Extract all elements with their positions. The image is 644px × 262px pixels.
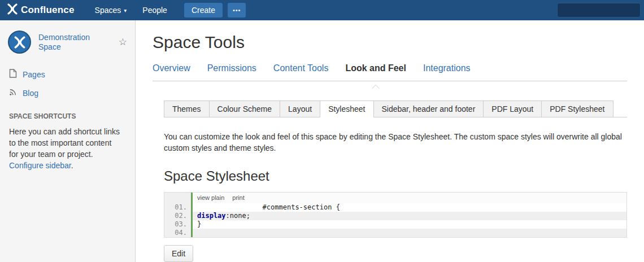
code-line-text — [193, 229, 626, 237]
code-toolbar: view plain print — [193, 193, 626, 203]
configure-sidebar-link[interactable]: Configure sidebar — [9, 161, 71, 170]
look-and-feel-content: Themes Colour Scheme Layout Stylesheet S… — [153, 101, 627, 262]
nav-tab-label: Look and Feel — [345, 63, 406, 73]
subtab-colour-scheme[interactable]: Colour Scheme — [209, 101, 281, 117]
shortcuts-suffix: . — [71, 161, 73, 170]
spaces-menu-label: Spaces — [95, 6, 121, 15]
edit-button[interactable]: Edit — [164, 245, 193, 262]
stylesheet-code-panel: view plain print 01. #comments-section {… — [164, 192, 627, 238]
sidebar-item-label: Pages — [23, 70, 45, 79]
search-input[interactable] — [557, 3, 641, 18]
stylesheet-description: You can customize the look and feel of t… — [164, 131, 624, 154]
subtab-themes[interactable]: Themes — [164, 101, 210, 117]
sidebar-item-label: Blog — [23, 89, 38, 98]
section-title: Space Stylesheet — [164, 168, 627, 184]
people-menu[interactable]: People — [134, 1, 175, 20]
subtab-pdf-layout[interactable]: PDF Layout — [483, 101, 542, 117]
subtab-sidebar-header-footer[interactable]: Sidebar, header and footer — [373, 101, 484, 117]
look-and-feel-subtabs: Themes Colour Scheme Layout Stylesheet S… — [164, 101, 627, 117]
blog-rss-icon — [9, 88, 17, 98]
code-plain: :none; — [226, 212, 250, 220]
space-name-link[interactable]: Demonstration Space — [38, 33, 111, 52]
space-tools-tabs: Overview Permissions Content Tools Look … — [153, 63, 627, 81]
space-shortcuts-heading: SPACE SHORTCUTS — [0, 102, 135, 124]
confluence-logo-icon — [7, 3, 18, 17]
code-keyword: display — [197, 212, 226, 220]
page-body: Demonstration Space ☆ Pages — [0, 20, 644, 262]
code-line-text: #comments-section { — [193, 203, 626, 212]
view-plain-link[interactable]: view plain — [197, 193, 224, 203]
nav-tab-integrations[interactable]: Integrations — [423, 63, 471, 81]
people-menu-label: People — [142, 6, 167, 15]
code-line-number: 04. — [164, 229, 193, 237]
code-line: 02. display:none; — [164, 212, 626, 220]
sidebar-item-pages[interactable]: Pages — [9, 65, 127, 84]
code-line: 04. — [164, 229, 626, 237]
brand-name: Confluence — [21, 5, 75, 16]
space-shortcuts-text: Here you can add shortcut links to the m… — [0, 124, 135, 171]
nav-tab-look-and-feel[interactable]: Look and Feel — [345, 63, 406, 81]
main-content: Space Tools Overview Permissions Content… — [136, 20, 644, 262]
nav-tab-content-tools[interactable]: Content Tools — [273, 63, 329, 81]
page-title: Space Tools — [153, 33, 627, 52]
code-gutter-corner — [164, 193, 193, 203]
print-link[interactable]: print — [232, 193, 244, 203]
star-icon[interactable]: ☆ — [119, 36, 127, 48]
code-line: 01. #comments-section { — [164, 203, 626, 212]
space-header: Demonstration Space ☆ — [0, 30, 135, 59]
spaces-menu[interactable]: Spaces ▾ — [87, 1, 135, 20]
sidebar-nav: Pages Blog — [0, 59, 135, 102]
top-navigation-bar: Confluence Spaces ▾ People Create ••• — [0, 0, 644, 20]
code-plain: #comments-section { — [197, 203, 340, 211]
chevron-down-icon: ▾ — [124, 7, 127, 14]
nav-tab-overview[interactable]: Overview — [153, 63, 190, 81]
space-sidebar: Demonstration Space ☆ Pages — [0, 20, 136, 262]
nav-tab-permissions[interactable]: Permissions — [207, 63, 256, 81]
confluence-logo[interactable]: Confluence — [7, 3, 75, 17]
shortcuts-description: Here you can add shortcut links to the m… — [9, 127, 120, 159]
subtab-pdf-stylesheet[interactable]: PDF Stylesheet — [541, 101, 613, 117]
subtab-layout[interactable]: Layout — [280, 101, 320, 117]
code-line-number: 01. — [164, 203, 193, 212]
code-line-text: display:none; — [193, 212, 626, 220]
code-line-number: 02. — [164, 212, 193, 220]
code-line-text: } — [193, 220, 626, 229]
subtab-stylesheet[interactable]: Stylesheet — [320, 101, 373, 117]
create-button[interactable]: Create — [184, 3, 223, 18]
space-avatar[interactable] — [8, 30, 31, 54]
code-toolbar-row: view plain print — [164, 193, 626, 203]
code-line-number: 03. — [164, 220, 193, 229]
code-plain: } — [197, 220, 201, 228]
code-line: 03. } — [164, 220, 626, 229]
active-tab-caret-icon — [372, 81, 380, 89]
sidebar-item-blog[interactable]: Blog — [9, 84, 127, 102]
more-actions-button[interactable]: ••• — [228, 3, 246, 18]
page-icon — [9, 69, 17, 80]
